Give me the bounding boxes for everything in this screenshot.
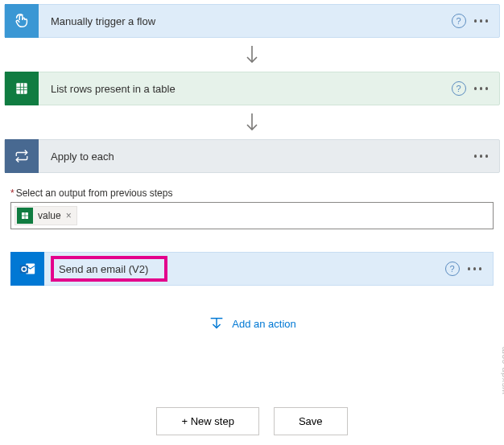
- add-action-icon: [208, 315, 225, 332]
- add-action-button[interactable]: Add an action: [10, 286, 494, 332]
- svg-rect-1: [16, 83, 27, 93]
- help-icon[interactable]: ?: [452, 14, 466, 28]
- new-step-button[interactable]: + New step: [156, 407, 258, 435]
- apply-to-each-container: Apply to each *Select an output from pre…: [4, 139, 500, 381]
- trigger-step-card[interactable]: Manually trigger a flow ?: [4, 4, 500, 38]
- more-menu-icon[interactable]: [474, 19, 500, 23]
- save-button[interactable]: Save: [274, 407, 348, 435]
- apply-step-title: Apply to each: [39, 150, 474, 163]
- connector-arrow: [4, 38, 500, 72]
- excel-step-card[interactable]: List rows present in a table ?: [4, 72, 500, 105]
- output-select-input[interactable]: value ×: [10, 202, 494, 229]
- remove-token-icon[interactable]: ×: [66, 210, 72, 221]
- output-select-label: *Select an output from previous steps: [10, 187, 494, 199]
- apply-step-header[interactable]: Apply to each: [4, 139, 500, 173]
- outlook-step-card[interactable]: Send an email (V2) ?: [10, 252, 494, 286]
- outlook-icon: [10, 252, 44, 286]
- highlighted-step-title: Send an email (V2): [51, 256, 167, 282]
- svg-rect-11: [20, 265, 28, 273]
- outlook-step-title: Send an email (V2): [59, 263, 148, 275]
- trigger-step-title: Manually trigger a flow: [39, 15, 452, 27]
- more-menu-icon[interactable]: [474, 155, 500, 158]
- more-menu-icon[interactable]: [468, 267, 494, 270]
- excel-icon: [17, 208, 33, 224]
- touch-icon: [5, 4, 39, 38]
- help-icon[interactable]: ?: [452, 81, 466, 96]
- value-token[interactable]: value ×: [14, 206, 77, 225]
- excel-icon: [5, 72, 39, 105]
- token-text: value: [38, 210, 61, 221]
- watermark-text: wsxdn.com: [499, 346, 504, 394]
- connector-arrow: [4, 105, 500, 139]
- more-menu-icon[interactable]: [474, 87, 500, 90]
- loop-icon: [5, 139, 39, 173]
- excel-step-title: List rows present in a table: [39, 83, 452, 95]
- add-action-label: Add an action: [232, 318, 296, 330]
- help-icon[interactable]: ?: [445, 262, 460, 276]
